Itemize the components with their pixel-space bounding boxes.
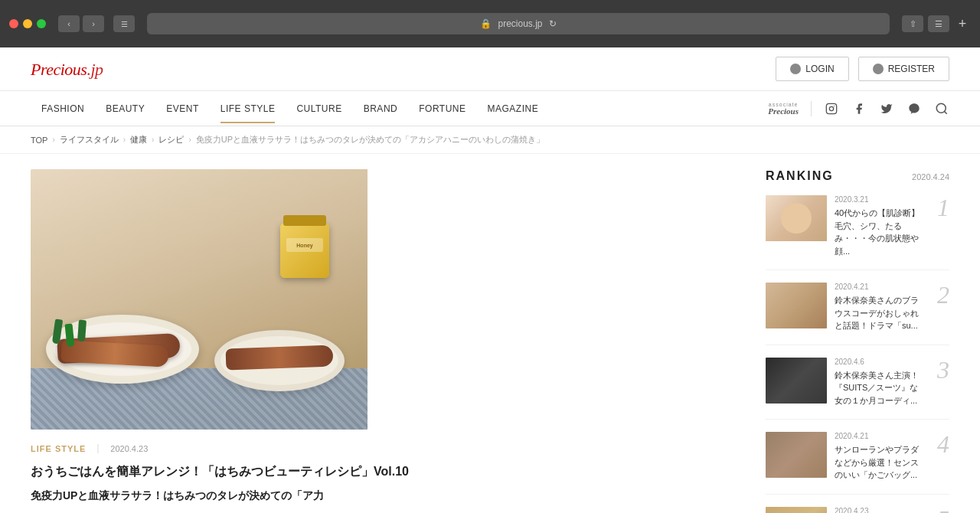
breadcrumb-sep-2: › (123, 136, 126, 144)
ranking-title-3: 鈴木保奈美さん主演！『SUITS／スーツ』な女の１か月コーディ... (835, 369, 920, 407)
site-header: Precious.jp LOGIN REGISTER (0, 47, 980, 91)
breadcrumb: TOP › ライフスタイル › 健康 › レシピ › 免疫力UPと血液サラサラ！… (0, 126, 980, 154)
login-label: LOGIN (805, 64, 834, 74)
nav-right: associate Precious (768, 101, 949, 116)
nav-magazine[interactable]: MAGAZINE (477, 94, 550, 123)
ranking-title: RANKING (766, 169, 834, 183)
refresh-icon: ↻ (549, 18, 557, 29)
breadcrumb-sep-3: › (152, 136, 154, 144)
ranking-date-5: 2020.4.23 (835, 507, 920, 514)
ranking-item-1[interactable]: 2020.3.21 40代からの【肌診断】毛穴、シワ、たるみ・・・今の肌状態や顔… (766, 195, 949, 270)
breadcrumb-lifestyle[interactable]: ライフスタイル (60, 134, 119, 145)
register-button[interactable]: REGISTER (858, 57, 949, 81)
article-category: LIFE STYLE (31, 444, 86, 453)
ranking-num-3: 3 (928, 358, 949, 382)
nav-brand[interactable]: BRAND (353, 94, 409, 123)
address-bar[interactable]: 🔒 precious.jp ↻ (147, 13, 890, 34)
line-icon[interactable] (906, 101, 922, 116)
close-button[interactable] (9, 19, 18, 28)
breadcrumb-current: 免疫力UPと血液サラサラ！はちみつのタレが決めての「アカシアハニーのいわしの蒲焼… (196, 134, 544, 145)
register-icon (873, 64, 884, 74)
address-text: precious.jp (498, 18, 542, 29)
svg-point-2 (834, 105, 835, 106)
ranking-header: RANKING 2020.4.24 (766, 169, 949, 183)
register-label: REGISTER (888, 64, 935, 74)
breadcrumb-health[interactable]: 健康 (130, 134, 147, 145)
nav-culture[interactable]: CULTURE (286, 94, 352, 123)
nav-links: FASHION BEAUTY EVENT LIFE STYLE CULTURE … (31, 94, 768, 123)
article-image: Honey (31, 169, 368, 430)
site-nav: FASHION BEAUTY EVENT LIFE STYLE CULTURE … (0, 91, 980, 126)
site-logo[interactable]: Precious.jp (31, 57, 776, 80)
browser-chrome: ‹ › ☰ 🔒 precious.jp ↻ ⇧ ☰ + (0, 0, 980, 47)
ranking-date-4: 2020.4.21 (835, 432, 920, 440)
header-auth: LOGIN REGISTER (776, 57, 949, 81)
breadcrumb-sep-4: › (188, 136, 191, 144)
ranking-item-2[interactable]: 2020.4.21 鈴木保奈美さんのブラウスコーデがおしゃれと話題！ドラマ「su… (766, 283, 949, 345)
ranking-title-1: 40代からの【肌診断】毛穴、シワ、たるみ・・・今の肌状態や顔... (835, 207, 920, 257)
back-button[interactable]: ‹ (58, 15, 80, 32)
ranking-title-2: 鈴木保奈美さんのブラウスコーデがおしゃれと話題！ドラマ「su... (835, 294, 920, 332)
ranking-thumb-5 (766, 507, 827, 514)
login-button[interactable]: LOGIN (776, 57, 848, 81)
svg-line-4 (944, 111, 946, 113)
search-icon[interactable] (934, 101, 949, 116)
nav-event[interactable]: EVENT (155, 94, 210, 123)
ranking-date-1: 2020.3.21 (835, 195, 920, 204)
ranking-thumb-4 (766, 432, 827, 478)
ranking-info-3: 2020.4.6 鈴木保奈美さん主演！『SUITS／スーツ』な女の１か月コーディ… (835, 358, 920, 407)
svg-rect-0 (826, 103, 836, 113)
instagram-icon[interactable] (824, 101, 839, 116)
minimize-button[interactable] (23, 19, 32, 28)
new-tab-button[interactable]: + (954, 15, 971, 32)
ranking-info-1: 2020.3.21 40代からの【肌診断】毛穴、シワ、たるみ・・・今の肌状態や顔… (835, 195, 920, 257)
article-meta: LIFE STYLE ｜ 2020.4.23 (31, 442, 735, 455)
traffic-lights (9, 19, 46, 28)
lock-icon: 🔒 (480, 18, 492, 29)
nav-divider (811, 101, 812, 116)
logo-suffix: .jp (87, 60, 103, 79)
ranking-date: 2020.4.24 (912, 172, 949, 181)
nav-fortune[interactable]: FORTUNE (408, 94, 476, 123)
logo-text: Precious (31, 60, 87, 79)
sidebar-toggle-button[interactable]: ☰ (113, 15, 135, 32)
sidebar: RANKING 2020.4.24 2020.3.21 40代からの【肌診断】毛… (766, 169, 949, 513)
reader-view-button[interactable]: ☰ (928, 15, 949, 32)
ranking-item-5[interactable]: 2020.4.23 上質とトレンドを 5 (766, 507, 949, 514)
breadcrumb-top[interactable]: TOP (31, 136, 47, 145)
ranking-num-4: 4 (928, 432, 949, 456)
breadcrumb-recipe[interactable]: レシピ (158, 134, 184, 145)
share-button[interactable]: ⇧ (902, 15, 923, 32)
nav-beauty[interactable]: BEAUTY (95, 94, 155, 123)
maximize-button[interactable] (37, 19, 46, 28)
browser-nav-buttons: ‹ › (58, 15, 104, 32)
svg-point-3 (936, 103, 946, 113)
ranking-thumb-1 (766, 195, 827, 241)
precious-logo-small[interactable]: associate Precious (768, 102, 799, 116)
article-subtitle: 免疫力UPと血液サラサラ！はちみつのタレが決めての「ア力 (31, 487, 735, 504)
ranking-num-5: 5 (928, 507, 949, 514)
article-title: おうちごはんを簡単アレンジ！「はちみつビューティレシピ」Vol.10 (31, 462, 735, 481)
ranking-date-3: 2020.4.6 (835, 358, 920, 366)
nav-fashion[interactable]: FASHION (31, 94, 95, 123)
ranking-title-4: サンローランやプラダなどから厳選！センスのいい「かごバッグ... (835, 443, 920, 482)
breadcrumb-sep-1: › (52, 136, 54, 144)
twitter-icon[interactable] (879, 101, 894, 116)
meta-divider: ｜ (93, 442, 103, 455)
ranking-item-3[interactable]: 2020.4.6 鈴木保奈美さん主演！『SUITS／スーツ』な女の１か月コーディ… (766, 358, 949, 420)
ranking-info-2: 2020.4.21 鈴木保奈美さんのブラウスコーデがおしゃれと話題！ドラマ「su… (835, 283, 920, 332)
ranking-thumb-3 (766, 358, 827, 404)
ranking-info-5: 2020.4.23 上質とトレンドを (835, 507, 920, 514)
nav-lifestyle[interactable]: LIFE STYLE (210, 94, 286, 123)
ranking-num-1: 1 (928, 195, 949, 220)
facebook-icon[interactable] (851, 101, 867, 116)
ranking-item-4[interactable]: 2020.4.21 サンローランやプラダなどから厳選！センスのいい「かごバッグ.… (766, 432, 949, 495)
ranking-thumb-2 (766, 283, 827, 328)
ranking-num-2: 2 (928, 283, 949, 307)
forward-button[interactable]: › (83, 15, 104, 32)
main-content: Honey LIFE STYLE ｜ 2020.4.23 おうちごはんを簡単アレ… (0, 154, 980, 513)
ranking-info-4: 2020.4.21 サンローランやプラダなどから厳選！センスのいい「かごバッグ.… (835, 432, 920, 482)
toolbar-buttons: ⇧ ☰ + (902, 15, 971, 32)
article-date: 2020.4.23 (110, 444, 148, 453)
user-icon (790, 64, 801, 74)
